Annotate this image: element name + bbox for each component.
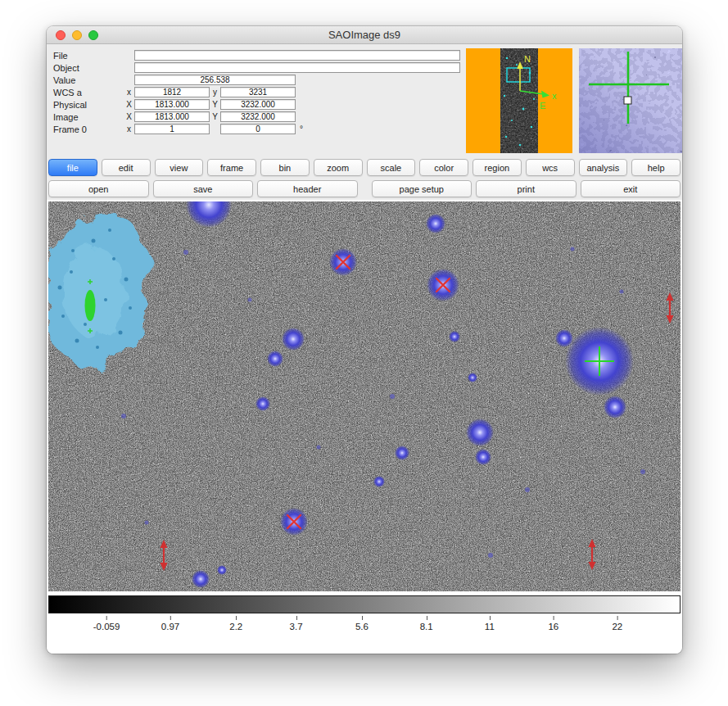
colorbar-ticks: -0.059 0.97 2.2 3.7 5.6 8.1 11 16 22 [48,613,681,638]
display-section: -0.059 0.97 2.2 3.7 5.6 8.1 11 16 22 [47,200,682,654]
value-row: Value [53,74,460,86]
file-row: File [53,49,460,61]
tick-label: 0.97 [161,622,179,631]
physical-row: Physical X Y [53,98,460,111]
degree-label: ° [300,124,303,134]
x-axis-label: x [552,91,557,101]
wcs-row: WCS a x y [53,86,460,98]
menu-wcs[interactable]: wcs [526,159,575,176]
tick-label: 2.2 [229,622,242,631]
menu-edit[interactable]: edit [102,159,151,176]
image-row: Image X Y [53,111,460,123]
object-row: Object [53,61,460,74]
image-y-label: Y [210,112,220,121]
frame-x-field[interactable] [134,124,210,134]
toolbar-print[interactable]: print [476,180,577,197]
tick-label: 5.6 [355,622,369,631]
zoom-button[interactable] [88,30,98,40]
physical-y-field[interactable] [220,99,296,110]
frame-angle-field[interactable] [220,124,296,134]
magnifier-cursor [624,97,631,104]
panner[interactable]: N x E [466,48,572,153]
image-x-field[interactable] [134,111,210,122]
menu-scale[interactable]: scale [367,159,416,176]
object-field[interactable] [134,62,460,73]
menu-zoom[interactable]: zoom [314,159,363,176]
image-label: Image [53,112,124,122]
info-section: File Object Value WCS a x y [47,44,682,157]
tick-label: 3.7 [290,622,303,631]
titlebar[interactable]: SAOImage ds9 [47,26,682,44]
frame-x-label: x [124,124,134,134]
image-canvas[interactable] [48,201,681,591]
east-label: E [540,101,545,111]
frame-row: Frame 0 x ° [53,123,460,135]
tick-label: -0.059 [93,622,120,631]
menu-bin[interactable]: bin [260,159,310,176]
physical-y-label: Y [210,100,220,109]
menu-help[interactable]: help [631,159,681,176]
menu-region[interactable]: region [473,159,522,176]
value-label: Value [53,75,124,85]
ds9-window: SAOImage ds9 File Object Value WCS a x [47,26,682,654]
frame-label: Frame 0 [53,124,124,134]
menu-view[interactable]: view [155,159,204,176]
menu-file[interactable]: file [48,159,97,176]
colorbar[interactable] [48,595,681,613]
toolbar-exit[interactable]: exit [581,180,681,197]
info-panel: File Object Value WCS a x y [53,49,460,156]
tick-label: 8.1 [420,622,433,631]
galaxy-core-marker [85,290,96,321]
file-field[interactable] [134,50,460,61]
wcs-y-field[interactable] [220,87,296,97]
minimize-button[interactable] [72,30,82,40]
tick-label: 11 [485,622,495,631]
north-label: N [524,54,531,64]
window-title: SAOImage ds9 [328,29,400,41]
menu-frame[interactable]: frame [207,159,256,176]
value-field[interactable] [134,75,296,85]
wcs-x-field[interactable] [134,87,210,97]
close-button[interactable] [56,30,66,40]
toolbar-save[interactable]: save [153,180,254,197]
physical-label: Physical [53,100,124,110]
wcs-x-label: x [124,88,134,97]
physical-x-field[interactable] [134,99,210,110]
physical-x-label: X [124,100,134,109]
traffic-lights [56,30,98,40]
toolbar-open[interactable]: open [48,180,149,197]
tick-label: 22 [612,622,622,631]
image-y-field[interactable] [220,111,296,122]
image-x-label: X [124,112,134,121]
wcs-label: WCS a [53,88,124,97]
menu-color[interactable]: color [419,159,468,176]
menu-analysis[interactable]: analysis [579,159,628,176]
magnifier[interactable] [579,48,682,153]
wcs-y-label: y [210,88,220,97]
toolbar-page-setup[interactable]: page setup [372,180,473,197]
toolbar-header[interactable]: header [257,180,358,197]
menubar: file edit view frame bin zoom scale colo… [47,157,682,179]
tick-label: 16 [548,622,558,631]
file-label: File [53,51,124,61]
toolbar: open save header page setup print exit [47,179,682,200]
object-label: Object [53,63,124,73]
